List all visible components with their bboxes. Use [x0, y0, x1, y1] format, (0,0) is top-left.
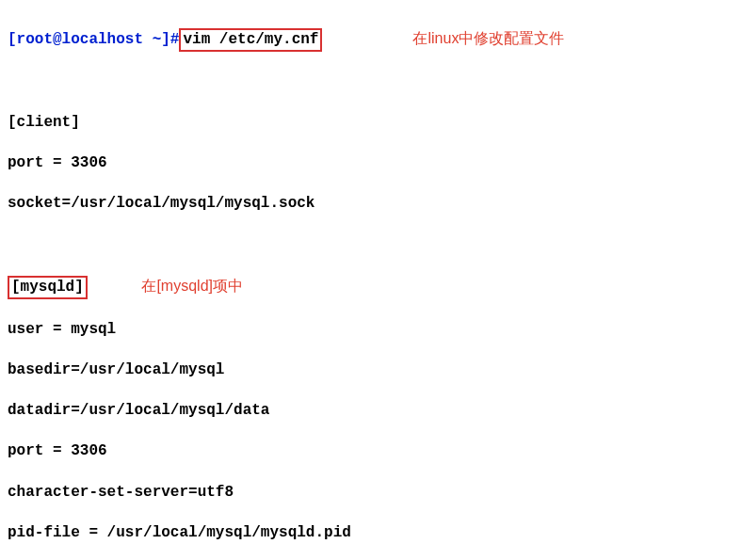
config-mysqld-header: [mysqld] — [11, 279, 84, 296]
config-client-port: port = 3306 — [8, 153, 734, 174]
config-port: port = 3306 — [8, 441, 734, 462]
shell-prompt: [root@localhost ~]# — [8, 31, 179, 48]
vim-command: vim /etc/my.cnf — [183, 31, 318, 48]
config-pidfile: pid-file = /usr/local/mysql/mysqld.pid — [8, 523, 734, 544]
config-client-header: [client] — [8, 113, 734, 134]
config-client-socket: socket=/usr/local/mysql/mysql.sock — [8, 194, 734, 215]
mysqld-header-box: [mysqld] — [8, 276, 88, 300]
annotation-edit-config: 在linux中修改配置文件 — [412, 28, 564, 49]
config-basedir: basedir=/usr/local/mysql — [8, 360, 734, 381]
annotation-mysqld-section: 在[mysqld]项中 — [141, 276, 243, 296]
vim-command-box: vim /etc/my.cnf — [179, 28, 322, 53]
config-user: user = mysql — [8, 320, 734, 341]
config-datadir: datadir=/usr/local/mysql/data — [8, 401, 734, 422]
terminal-output: [root@localhost ~]#vim /etc/my.cnf 在linu… — [8, 8, 734, 560]
config-charset: character-set-server=utf8 — [8, 483, 734, 504]
